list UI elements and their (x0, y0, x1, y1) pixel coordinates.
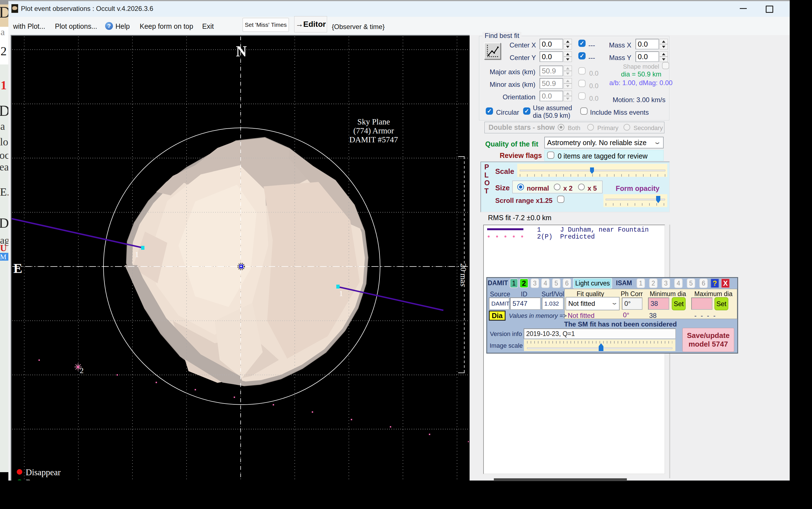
svg-text:1: 1 (135, 250, 139, 259)
svg-text:20 mas: 20 mas (459, 264, 468, 286)
svg-text:2: 2 (80, 366, 84, 375)
svg-text:N: N (236, 43, 247, 60)
svg-text:DAMIT #5747: DAMIT #5747 (349, 135, 398, 144)
svg-text:Disappear: Disappear (26, 467, 61, 477)
svg-text:Sky Plane: Sky Plane (358, 117, 390, 126)
svg-text:Reappear: Reappear (26, 478, 59, 480)
svg-text:1: 1 (339, 289, 343, 298)
svg-text:(774) Armor: (774) Armor (353, 126, 394, 135)
svg-text:E: E (13, 261, 22, 276)
